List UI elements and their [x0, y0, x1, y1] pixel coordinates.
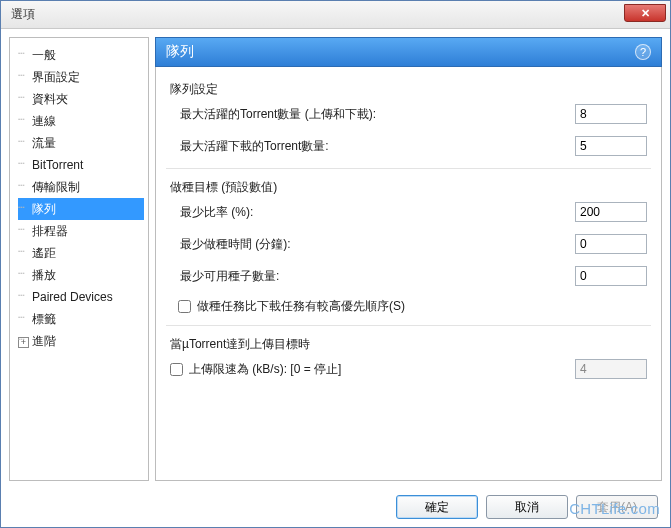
input-min-seeds[interactable] — [575, 266, 647, 286]
tree-item-folders[interactable]: 資料夾 — [18, 88, 144, 110]
checkbox-seed-priority[interactable] — [178, 300, 191, 313]
ok-button[interactable]: 確定 — [396, 495, 478, 519]
row-seed-priority: 做種任務比下載任務有較高優先順序(S) — [178, 298, 647, 315]
seed-goal-title: 做種目標 (預設數值) — [170, 179, 647, 196]
input-max-active[interactable] — [575, 104, 647, 124]
row-max-active: 最大活躍的Torrent數量 (上傳和下載): — [170, 104, 647, 124]
checkbox-upload-limit[interactable] — [170, 363, 183, 376]
chk-upload-limit-wrap: 上傳限速為 (kB/s): [0 = 停止] — [170, 361, 575, 378]
titlebar[interactable]: 選項 ✕ — [1, 1, 670, 29]
label-max-download: 最大活躍下載的Torrent數量: — [170, 138, 575, 155]
upload-limit-title: 當µTorrent達到上傳目標時 — [170, 336, 647, 353]
tree-item-labels[interactable]: 標籤 — [18, 308, 144, 330]
input-max-download[interactable] — [575, 136, 647, 156]
options-dialog: 選項 ✕ 一般 界面設定 資料夾 連線 流量 BitTorrent 傳輸限制 隊… — [0, 0, 671, 528]
cancel-button[interactable]: 取消 — [486, 495, 568, 519]
tree-item-ui[interactable]: 界面設定 — [18, 66, 144, 88]
input-upload-limit — [575, 359, 647, 379]
separator-2 — [166, 325, 651, 326]
dialog-button-bar: 確定 取消 套用(A) — [1, 495, 670, 519]
tree-item-advanced-label: 進階 — [32, 334, 56, 348]
tree-item-bittorrent[interactable]: BitTorrent — [18, 154, 144, 176]
input-min-ratio[interactable] — [575, 202, 647, 222]
tree-item-scheduler[interactable]: 排程器 — [18, 220, 144, 242]
row-upload-limit: 上傳限速為 (kB/s): [0 = 停止] — [170, 359, 647, 379]
row-min-seed-time: 最少做種時間 (分鐘): — [170, 234, 647, 254]
tree-item-bandwidth[interactable]: 流量 — [18, 132, 144, 154]
row-min-seeds: 最少可用種子數量: — [170, 266, 647, 286]
tree-item-connection[interactable]: 連線 — [18, 110, 144, 132]
form-area: 隊列設定 最大活躍的Torrent數量 (上傳和下載): 最大活躍下載的Torr… — [155, 67, 662, 481]
tree-item-playback[interactable]: 播放 — [18, 264, 144, 286]
panel-header: 隊列 ? — [155, 37, 662, 67]
panel-title: 隊列 — [166, 43, 194, 61]
label-upload-limit: 上傳限速為 (kB/s): [0 = 停止] — [189, 361, 341, 378]
window-title: 選項 — [11, 6, 35, 23]
row-max-download: 最大活躍下載的Torrent數量: — [170, 136, 647, 156]
dialog-content: 一般 界面設定 資料夾 連線 流量 BitTorrent 傳輸限制 隊列 排程器… — [1, 29, 670, 489]
separator — [166, 168, 651, 169]
label-min-ratio: 最少比率 (%): — [170, 204, 575, 221]
label-min-seeds: 最少可用種子數量: — [170, 268, 575, 285]
queue-settings-title: 隊列設定 — [170, 81, 647, 98]
settings-panel: 隊列 ? 隊列設定 最大活躍的Torrent數量 (上傳和下載): 最大活躍下載… — [155, 37, 662, 481]
tree-item-advanced[interactable]: +進階 — [18, 330, 144, 352]
close-icon: ✕ — [641, 7, 650, 20]
tree-item-general[interactable]: 一般 — [18, 44, 144, 66]
row-min-ratio: 最少比率 (%): — [170, 202, 647, 222]
apply-button[interactable]: 套用(A) — [576, 495, 658, 519]
label-max-active: 最大活躍的Torrent數量 (上傳和下載): — [170, 106, 575, 123]
label-min-seed-time: 最少做種時間 (分鐘): — [170, 236, 575, 253]
plus-icon[interactable]: + — [18, 337, 29, 348]
input-min-seed-time[interactable] — [575, 234, 647, 254]
tree-item-paired-devices[interactable]: Paired Devices — [18, 286, 144, 308]
close-button[interactable]: ✕ — [624, 4, 666, 22]
tree-item-remote[interactable]: 遙距 — [18, 242, 144, 264]
help-icon[interactable]: ? — [635, 44, 651, 60]
tree-item-transfer-cap[interactable]: 傳輸限制 — [18, 176, 144, 198]
category-tree: 一般 界面設定 資料夾 連線 流量 BitTorrent 傳輸限制 隊列 排程器… — [9, 37, 149, 481]
label-seed-priority: 做種任務比下載任務有較高優先順序(S) — [197, 298, 405, 315]
tree-item-queueing[interactable]: 隊列 — [18, 198, 144, 220]
